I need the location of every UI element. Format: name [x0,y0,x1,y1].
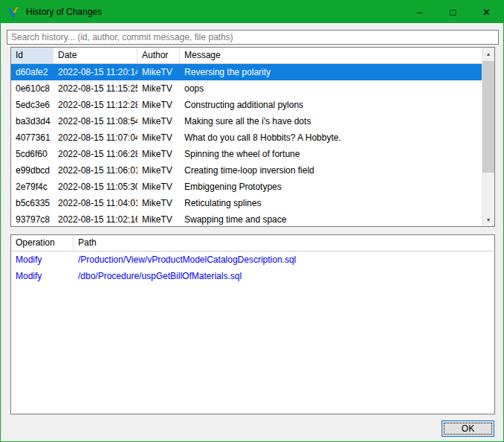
history-table: Id Date Author Message d60afe2 2022-08-1… [10,47,495,227]
message-cell: Making sure all the i's have dots [180,113,482,129]
table-row[interactable]: 5cd6f60 2022-08-15 11:06:28 MikeTV Spinn… [11,146,482,162]
scroll-down-button[interactable]: ▼ [482,214,494,226]
date-cell: 2022-08-15 11:15:25 [54,80,138,97]
window-controls: – □ ✕ [403,1,503,23]
date-cell: 2022-08-15 11:12:28 [54,97,138,113]
minimize-button[interactable]: – [403,1,436,23]
date-cell: 2022-08-15 11:06:28 [54,146,138,162]
commit-id-cell: 0e610c8 [11,80,54,97]
message-cell: Creating time-loop inversion field [180,162,482,179]
close-button[interactable]: ✕ [470,1,503,23]
message-cell: oops [180,80,482,97]
search-input[interactable] [7,30,499,45]
operation-cell: Modify [11,252,74,268]
commit-id-cell: d60afe2 [11,64,54,80]
commit-id-cell: 4077361 [11,129,54,146]
date-cell: 2022-08-15 11:04:01 [54,195,138,211]
table-row[interactable]: d60afe2 2022-08-15 11:20:14 MikeTV Rever… [11,64,482,80]
commit-id-cell: 2e79f4c [11,179,54,195]
scrollbar[interactable]: ▲ ▼ [482,48,494,226]
date-cell: 2022-08-15 11:02:16 [54,211,138,226]
author-cell: MikeTV [138,211,180,226]
date-cell: 2022-08-15 11:05:30 [54,179,138,195]
author-cell: MikeTV [138,162,180,179]
files-table: Operation Path Modify /Production/View/v… [10,234,495,414]
file-row[interactable]: Modify /dbo/Procedure/uspGetBillOfMateri… [11,268,494,284]
maximize-button[interactable]: □ [436,1,470,23]
commit-id-cell: b5c6335 [11,195,54,211]
message-cell: Spinning the wheel of fortune [180,146,482,162]
app-icon [7,6,20,19]
author-cell: MikeTV [138,80,180,97]
table-row[interactable]: b5c6335 2022-08-15 11:04:01 MikeTV Retic… [11,195,482,211]
table-row[interactable]: e99dbcd 2022-08-15 11:06:01 MikeTV Creat… [11,162,482,179]
author-cell: MikeTV [138,64,180,80]
column-header-date[interactable]: Date [54,48,138,63]
column-header-id[interactable]: Id [11,48,54,63]
date-cell: 2022-08-15 11:08:54 [54,113,138,129]
table-row[interactable]: 2e79f4c 2022-08-15 11:05:30 MikeTV Embig… [11,179,482,195]
author-cell: MikeTV [138,129,180,146]
history-of-changes-dialog: { "colors":{ "accent":"#0EA62E", "select… [0,0,504,442]
files-table-header: Operation Path [11,235,494,252]
commit-id-cell: ba3d3d4 [11,113,54,129]
commit-id-cell: 93797c8 [11,211,54,226]
path-cell: /dbo/Procedure/uspGetBillOfMaterials.sql [74,268,494,284]
message-cell: What do you call 8 Hobbits? A Hobbyte. [180,129,482,146]
author-cell: MikeTV [138,146,180,162]
date-cell: 2022-08-15 11:20:14 [54,64,138,80]
history-table-header: Id Date Author Message [11,48,482,64]
commit-id-cell: 5cd6f60 [11,146,54,162]
scroll-up-button[interactable]: ▲ [482,48,494,60]
column-header-path[interactable]: Path [74,235,494,251]
message-cell: Swapping time and space [180,211,482,226]
column-header-operation[interactable]: Operation [11,235,74,251]
ok-button[interactable]: OK [442,420,494,437]
author-cell: MikeTV [138,97,180,113]
table-row[interactable]: 5edc3e6 2022-08-15 11:12:28 MikeTV Const… [11,97,482,113]
window-title: History of Changes [26,7,102,17]
table-row[interactable]: 4077361 2022-08-15 11:07:04 MikeTV What … [11,129,482,146]
table-row[interactable]: 0e610c8 2022-08-15 11:15:25 MikeTV oops [11,80,482,97]
table-row[interactable]: ba3d3d4 2022-08-15 11:08:54 MikeTV Makin… [11,113,482,129]
table-row[interactable]: 93797c8 2022-08-15 11:02:16 MikeTV Swapp… [11,211,482,226]
commit-id-cell: e99dbcd [11,162,54,179]
commit-id-cell: 5edc3e6 [11,97,54,113]
message-cell: Constructing additional pylons [180,97,482,113]
title-bar[interactable]: History of Changes – □ ✕ [1,1,503,23]
operation-cell: Modify [11,268,74,284]
file-row[interactable]: Modify /Production/View/vProductModelCat… [11,252,494,268]
scroll-thumb[interactable] [482,61,494,173]
author-cell: MikeTV [138,179,180,195]
message-cell: Reticulating splines [180,195,482,211]
author-cell: MikeTV [138,113,180,129]
message-cell: Embiggening Prototypes [180,179,482,195]
path-cell: /Production/View/vProductModelCatalogDes… [74,252,494,268]
message-cell: Reversing the polarity [180,64,482,80]
column-header-message[interactable]: Message [180,48,482,63]
date-cell: 2022-08-15 11:06:01 [54,162,138,179]
column-header-author[interactable]: Author [138,48,180,63]
date-cell: 2022-08-15 11:07:04 [54,129,138,146]
author-cell: MikeTV [138,195,180,211]
